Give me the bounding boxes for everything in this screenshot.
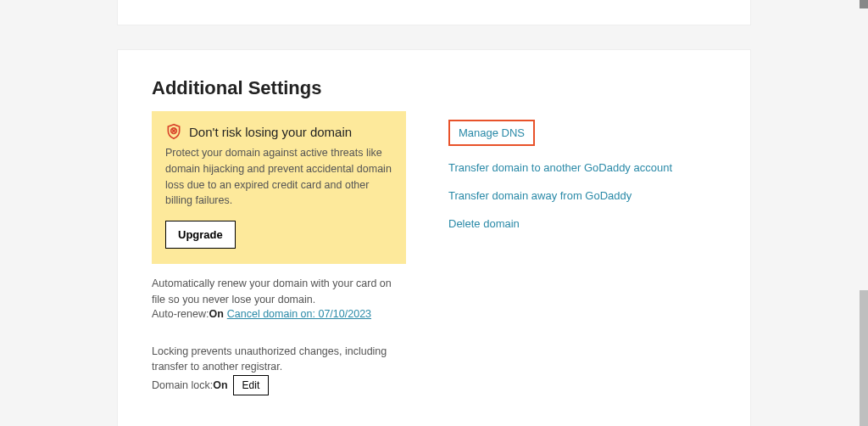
settings-right-column: Manage DNS Transfer domain to another Go… [448,111,716,395]
lock-status-line: Domain lock: On Edit [152,375,406,395]
previous-card-edge [117,0,751,25]
transfer-domain-another-account-link[interactable]: Transfer domain to another GoDaddy accou… [448,161,716,174]
shield-alert-icon [165,123,182,140]
lock-label: Domain lock: [152,379,213,391]
manage-dns-highlight: Manage DNS [448,120,535,146]
domain-lock-block: Locking prevents unauthorized changes, i… [152,344,406,396]
cancel-domain-link[interactable]: Cancel domain on: 07/10/2023 [227,308,371,320]
autorenew-label: Auto-renew: [152,308,209,320]
lock-desc: Locking prevents unauthorized changes, i… [152,344,406,376]
callout-body: Protect your domain against active threa… [165,145,392,209]
edit-lock-button[interactable]: Edit [233,375,270,395]
callout-title: Don't risk losing your domain [189,125,352,139]
autorenew-status-line: Auto-renew: On Cancel domain on: 07/10/2… [152,308,406,320]
delete-domain-link[interactable]: Delete domain [448,217,716,230]
lock-status: On [213,379,227,391]
scrollbar-up-arrow[interactable] [860,0,868,8]
callout-title-row: Don't risk losing your domain [165,123,392,140]
autorenew-desc: Automatically renew your domain with you… [152,276,406,308]
manage-dns-link[interactable]: Manage DNS [459,126,525,139]
transfer-domain-away-link[interactable]: Transfer domain away from GoDaddy [448,189,716,202]
domain-protection-callout: Don't risk losing your domain Protect yo… [152,111,406,264]
autorenew-block: Automatically renew your domain with you… [152,276,406,320]
additional-settings-card: Additional Settings Don't risk losing yo… [117,49,751,426]
section-heading: Additional Settings [152,77,716,99]
autorenew-status: On [209,308,223,320]
upgrade-button[interactable]: Upgrade [165,221,236,249]
settings-columns: Don't risk losing your domain Protect yo… [152,111,716,395]
settings-left-column: Don't risk losing your domain Protect yo… [152,111,406,395]
page-scrollbar[interactable] [860,290,868,426]
